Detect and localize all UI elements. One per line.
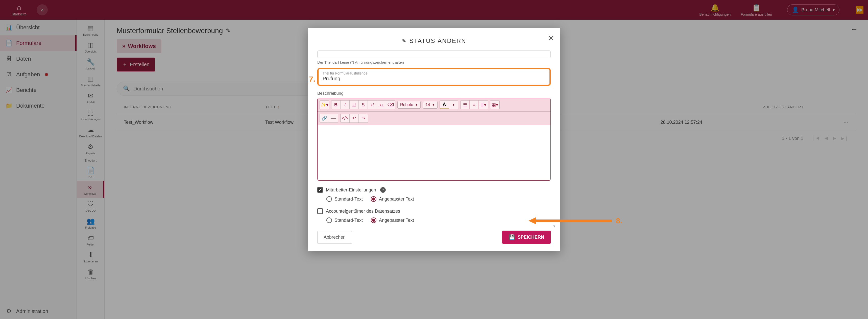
italic-icon[interactable]: I (341, 100, 350, 109)
account-owner-checkbox[interactable] (317, 209, 323, 214)
title-for-fillers-value: Prüfung (322, 76, 546, 82)
list-ol-icon[interactable]: ≡ (470, 100, 479, 109)
employee-settings-label: Mitarbeiter-Einstellungen (326, 187, 376, 193)
radio-custom-label-2: Angepasster Text (379, 218, 414, 223)
redo-icon[interactable]: ↷ (359, 114, 368, 123)
link-icon[interactable]: 🔗 (320, 114, 329, 123)
rich-text-editor: ✨▾ B I U S x² x₂ ⌫ Roboto▼ 14▼ A ▼ ☰ (317, 98, 551, 181)
clear-format-icon[interactable]: ⌫ (386, 100, 395, 109)
save-button[interactable]: 💾 SPEICHERN (502, 231, 551, 244)
font-size-select[interactable]: 14▼ (423, 101, 437, 108)
employee-settings-row: ✔ Mitarbeiter-Einstellungen ? (317, 187, 551, 193)
radio-custom-label: Angepasster Text (379, 196, 414, 202)
table-icon[interactable]: ▦▾ (490, 100, 499, 109)
chevron-down-icon: ▼ (415, 103, 418, 106)
wand-icon[interactable]: ✨▾ (320, 100, 329, 109)
subscript-icon[interactable]: x₂ (377, 100, 386, 109)
title-field-truncated[interactable] (317, 51, 551, 58)
code-view-icon[interactable]: </> (341, 114, 350, 123)
radio-icon (327, 218, 332, 223)
annotation-7: 7. (309, 75, 315, 83)
radio-icon (327, 196, 332, 202)
bold-icon[interactable]: B (332, 100, 341, 109)
owner-radio-custom[interactable]: Angepasster Text (371, 218, 414, 223)
chevron-down-icon: ▼ (432, 103, 435, 106)
close-icon[interactable]: ✕ (548, 34, 554, 43)
employee-settings-checkbox[interactable]: ✔ (317, 187, 323, 193)
employee-radio-custom[interactable]: Angepasster Text (371, 196, 414, 202)
employee-radio-row: Standard-Text Angepasster Text (327, 196, 551, 202)
font-size-value: 14 (426, 102, 430, 107)
owner-radio-standard[interactable]: Standard-Text (327, 218, 363, 223)
save-icon: 💾 (509, 234, 515, 240)
font-family-select[interactable]: Roboto▼ (397, 101, 421, 108)
rte-toolbar-2: 🔗 — </> ↶ ↷ (317, 111, 551, 125)
description-label: Beschreibung (317, 91, 551, 96)
strike-icon[interactable]: S (359, 100, 368, 109)
hr-icon[interactable]: — (329, 114, 338, 123)
status-modal: ✕ ✎ STATUS ÄNDERN Der Titel darf keine (… (308, 28, 560, 251)
account-owner-row: Accounteigentümer des Datensatzes (317, 209, 551, 214)
title-hint: Der Titel darf keine (") Anführungszeich… (317, 60, 551, 64)
text-color-icon[interactable]: A (440, 100, 449, 109)
help-icon[interactable]: ? (380, 187, 386, 193)
rte-body[interactable] (317, 125, 551, 180)
rte-toolbar: ✨▾ B I U S x² x₂ ⌫ Roboto▼ 14▼ A ▼ ☰ (317, 98, 551, 111)
superscript-icon[interactable]: x² (368, 100, 377, 109)
employee-radio-standard[interactable]: Standard-Text (327, 196, 363, 202)
scroll-down-icon[interactable]: ▾ (553, 224, 555, 229)
radio-checked-icon (371, 196, 376, 202)
underline-icon[interactable]: U (350, 100, 359, 109)
radio-checked-icon (371, 218, 376, 223)
save-button-label: SPEICHERN (518, 235, 544, 240)
annotation-8-arrow: 8. (528, 217, 622, 225)
font-family-value: Roboto (400, 102, 413, 107)
title-for-fillers-label: Titel für Formularausfüllende (322, 71, 546, 75)
undo-icon[interactable]: ↶ (350, 114, 359, 123)
radio-standard-label: Standard-Text (335, 196, 363, 202)
align-icon[interactable]: ≣▾ (479, 100, 488, 109)
pencil-icon: ✎ (402, 38, 406, 44)
account-owner-label: Accounteigentümer des Datensatzes (326, 209, 400, 214)
cancel-button[interactable]: Abbrechen (317, 231, 352, 244)
text-color-dropdown-icon[interactable]: ▼ (449, 100, 458, 109)
title-for-fillers-field[interactable]: 7. Titel für Formularausfüllende Prüfung (317, 68, 551, 86)
radio-standard-label-2: Standard-Text (335, 218, 363, 223)
annotation-8: 8. (616, 217, 622, 225)
list-ul-icon[interactable]: ☰ (461, 100, 470, 109)
owner-radio-row: Standard-Text Angepasster Text 8. (327, 218, 551, 223)
modal-title: STATUS ÄNDERN (409, 37, 466, 44)
